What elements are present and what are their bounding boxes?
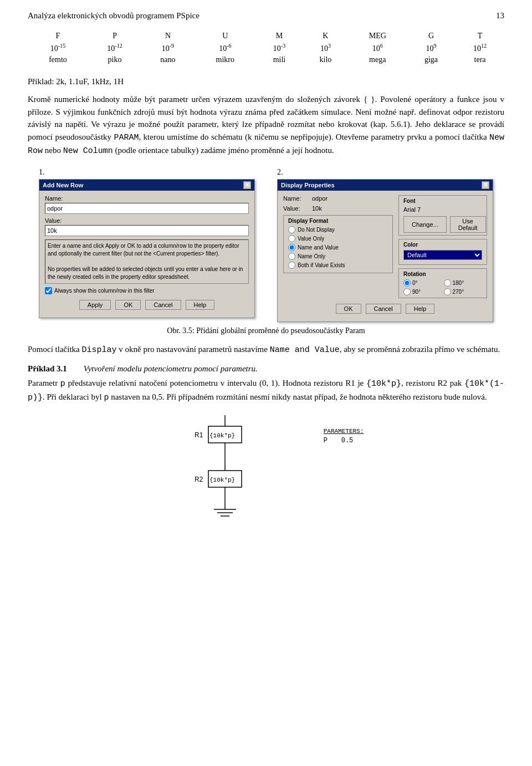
dialog2-cancel-button[interactable]: Cancel xyxy=(366,304,401,314)
dialog1-close-button[interactable]: ✕ xyxy=(243,181,251,189)
dialog2-change-button[interactable]: Change... xyxy=(403,216,447,233)
dialog2-color-group: Color Default xyxy=(398,239,487,265)
dialog2-rotation-270-input[interactable] xyxy=(444,288,451,295)
dialog2-rotation-group: Rotation 0° 180° xyxy=(398,268,487,298)
example-title: Vytvoření modelu potenciometru pomocí pa… xyxy=(84,364,258,374)
svg-text:R2: R2 xyxy=(195,476,203,483)
prefix-g: G xyxy=(407,30,456,42)
dialog2-value-value: 10k xyxy=(312,205,322,212)
prefix-m: M xyxy=(256,30,303,42)
dialog1-apply-button[interactable]: Apply xyxy=(79,300,111,310)
dialog2-rotation-title: Rotation xyxy=(403,271,482,277)
dialog2-display-format-group: Display Format Do Not Display Value Only xyxy=(283,215,393,273)
name-k: kilo xyxy=(303,54,348,65)
dialog2-rotation-180-input[interactable] xyxy=(444,279,451,287)
name-g: giga xyxy=(407,54,456,65)
dialog1-btn-row: Apply OK Cancel Help xyxy=(45,298,249,313)
prefix-u: U xyxy=(195,30,256,42)
exp-p: 10-12 xyxy=(88,42,141,54)
figure-caption: Obr. 3.5: Přidání globální proměnné do p… xyxy=(28,326,504,335)
dialog1-cancel-button[interactable]: Cancel xyxy=(145,300,181,310)
dialog2-ok-button[interactable]: OK xyxy=(336,304,361,314)
dialog2-radio-both-if-value: Both if Value Exists xyxy=(288,262,388,269)
page-header: Analýza elektronických obvodů programem … xyxy=(28,11,504,21)
dialog-add-new-row: Add New Row ✕ Name: Value: Enter a name … xyxy=(39,179,255,318)
exp-m: 10-3 xyxy=(256,42,303,54)
params-table: PARAMETERS: P 0.5 xyxy=(319,426,369,446)
svg-text:R1: R1 xyxy=(195,431,203,439)
name-u: mikro xyxy=(195,54,256,65)
r2-formula: {10k*(1-p)} xyxy=(28,379,504,402)
dialog1-title: Add New Row ✕ xyxy=(39,180,254,191)
dialog1-info-box: Enter a name and click Apply or OK to ad… xyxy=(45,239,249,284)
exp-meg: 106 xyxy=(349,42,407,54)
prefix-k: K xyxy=(303,30,348,42)
exp-t: 1012 xyxy=(456,42,504,54)
dialog1-name-label: Name: xyxy=(45,195,249,202)
page-number: 13 xyxy=(496,11,504,21)
dialog2-radio-value-only[interactable] xyxy=(288,235,295,242)
dialog2-radio-name-only[interactable] xyxy=(288,253,295,260)
dialog1-value-label: Value: xyxy=(45,217,249,224)
fig1-label: 1. xyxy=(39,168,45,177)
name-meg: mega xyxy=(349,54,407,65)
exp-g: 109 xyxy=(407,42,456,54)
prefix-f: F xyxy=(28,30,88,42)
name-n: nano xyxy=(141,54,195,65)
dialog1-body: Name: Value: Enter a name and click Appl… xyxy=(39,191,254,318)
dialog2-rotation-0-input[interactable] xyxy=(403,279,411,287)
exp-k: 103 xyxy=(303,42,348,54)
example-label: Příklad 3.1 xyxy=(28,364,67,374)
dialog2-color-title: Color xyxy=(403,242,482,248)
dialog1-ok-button[interactable]: OK xyxy=(115,300,141,310)
name-t: tera xyxy=(456,54,504,65)
units-table: F P N U M K MEG G T 10-15 10-12 10-9 10-… xyxy=(28,30,504,65)
example-header: Příklad 3.1 Vytvoření modelu potenciomet… xyxy=(28,364,504,374)
dialog2-value-row: Value: 10k xyxy=(283,205,393,212)
dialog2-color-select[interactable]: Default xyxy=(403,250,482,260)
dialog2-radio-value-only: Value Only xyxy=(288,235,388,242)
dialog2-use-default-button[interactable]: Use Default xyxy=(450,216,486,233)
dialog1-checkbox[interactable] xyxy=(45,287,52,294)
exp-u: 10-6 xyxy=(195,42,256,54)
fig2-label: 2. xyxy=(277,168,283,177)
dialog2-name-value: odpor xyxy=(312,195,328,202)
dialog1-help-button[interactable]: Help xyxy=(186,300,215,310)
name-p: piko xyxy=(88,54,141,65)
dialog2-radio-do-not: Do Not Display xyxy=(288,226,388,233)
dialog2-close-button[interactable]: ✕ xyxy=(482,181,489,189)
dialog2-radio-do-not-display[interactable] xyxy=(288,226,295,233)
dialog1-value-input[interactable] xyxy=(45,225,249,236)
dialog2-radio-name-only: Name Only xyxy=(288,253,388,260)
prefix-p: P xyxy=(88,30,141,42)
page-title: Analýza elektronických obvodů programem … xyxy=(28,11,200,21)
svg-text:{10k*p}: {10k*p} xyxy=(209,432,235,439)
dialog1-checkbox-row: Always show this column/row in this filt… xyxy=(45,287,249,294)
dialog2-radio-name-and-value-input[interactable] xyxy=(288,244,295,251)
paragraph-3: Parametr p představuje relativní natočen… xyxy=(28,377,504,404)
exp-n: 10-9 xyxy=(141,42,195,54)
name-f: femto xyxy=(28,54,88,65)
prefix-meg: MEG xyxy=(349,30,407,42)
params-section: PARAMETERS: P 0.5 xyxy=(319,426,369,446)
dialog2-rotation-90-input[interactable] xyxy=(403,288,411,295)
dialog2-rotation-0: 0° xyxy=(403,279,442,287)
circuit-diagram: R1 {10k*p} R2 {10k*p} xyxy=(164,415,286,528)
name-m: mili xyxy=(256,54,303,65)
dialog2-help-button[interactable]: Help xyxy=(406,304,435,314)
prefix-t: T xyxy=(456,30,504,42)
dialog2-radio-both-if-value-input[interactable] xyxy=(288,262,295,269)
param-name-cell: P xyxy=(320,436,337,445)
svg-text:{10k*p}: {10k*p} xyxy=(209,477,235,483)
dialog2-btn-row: OK Cancel Help xyxy=(283,302,487,317)
dialog2-display-format-title: Display Format xyxy=(288,218,388,224)
dialog1-name-input[interactable] xyxy=(45,203,249,214)
prefix-n: N xyxy=(141,30,195,42)
dialog2-right-col: Font Arial 7 Change... Use Default Color xyxy=(398,195,487,298)
figures-row: 1. Add New Row ✕ Name: Value: Enter a na… xyxy=(28,168,504,322)
param-value-cell: 0.5 xyxy=(338,436,367,445)
dialog2-font-title: Font xyxy=(403,198,482,204)
params-title: PARAMETERS: xyxy=(320,427,367,435)
circuit-svg: R1 {10k*p} R2 {10k*p} xyxy=(164,415,286,526)
dialog2-title: Display Properties ✕ xyxy=(278,180,493,191)
